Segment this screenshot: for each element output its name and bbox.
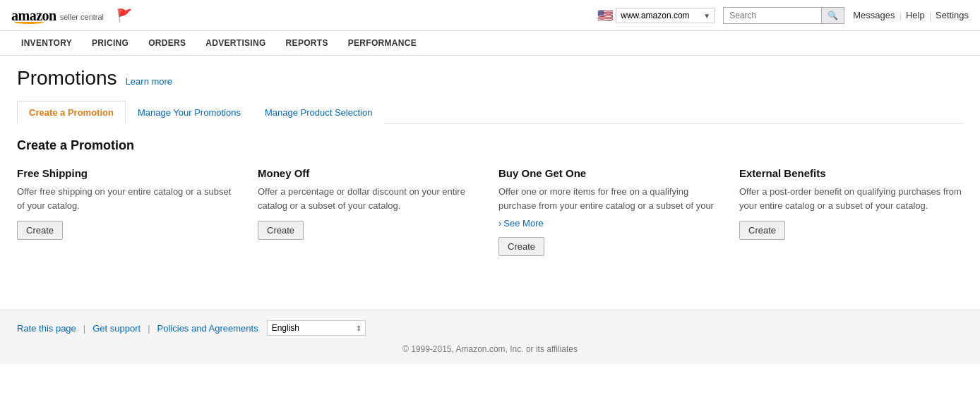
amazon-logo: amazon seller central [11,8,104,23]
nav-bar: INVENTORY PRICING ORDERS ADVERTISING REP… [0,31,980,56]
promo-desc-external-benefits: Offer a post-order benefit on qualifying… [739,185,963,212]
nav-item-pricing[interactable]: PRICING [82,31,138,55]
footer-links: Rate this page | Get support | Policies … [17,320,963,336]
promo-grid: Free Shipping Offer free shipping on you… [17,167,963,256]
language-select[interactable]: English Deutsch Español Français 日本語 [267,320,366,336]
search-area: 🔍 [723,7,844,24]
get-support-link[interactable]: Get support [92,323,141,334]
search-input[interactable] [723,7,822,24]
see-more-link[interactable]: › See More [498,218,722,229]
seller-central-label: seller central [60,13,104,21]
promo-card-free-shipping: Free Shipping Offer free shipping on you… [17,167,241,256]
promo-title-free-shipping: Free Shipping [17,167,241,179]
promo-desc-bogo: Offer one or more items for free on a qu… [498,185,722,212]
nav-item-orders[interactable]: ORDERS [138,31,196,55]
language-select-wrapper: English Deutsch Español Français 日本語 ⇕ [267,320,366,336]
chevron-down-icon: › [498,218,501,229]
rate-page-link[interactable]: Rate this page [17,323,76,334]
us-flag-icon: 🇺🇸 [597,8,613,23]
promo-title-external-benefits: External Benefits [739,167,963,179]
sep1: | [899,10,901,20]
create-btn-bogo[interactable]: Create [498,237,544,256]
header-links: Messages | Help | Settings [853,10,969,20]
nav-item-inventory[interactable]: INVENTORY [11,31,82,55]
section-title: Create a Promotion [17,138,963,153]
promo-desc-free-shipping: Offer free shipping on your entire catal… [17,185,241,212]
nav-item-performance[interactable]: PERFORMANCE [338,31,426,55]
see-more-label: See More [503,218,543,229]
tab-manage-product-selection[interactable]: Manage Product Selection [253,101,384,124]
footer-sep1: | [83,323,85,334]
help-link[interactable]: Help [906,10,925,20]
promo-card-bogo: Buy One Get One Offer one or more items … [498,167,722,256]
promo-card-money-off: Money Off Offer a percentage or dollar d… [258,167,482,256]
promo-card-external-benefits: External Benefits Offer a post-order ben… [739,167,963,256]
logo-area: amazon seller central 🚩 [11,8,132,23]
tab-create-promotion[interactable]: Create a Promotion [17,101,126,124]
footer-copyright: © 1999-2015, Amazon.com, Inc. or its aff… [17,344,963,354]
promo-desc-money-off: Offer a percentage or dollar discount on… [258,185,482,212]
messages-link[interactable]: Messages [853,10,895,20]
promo-title-bogo: Buy One Get One [498,167,722,179]
page-title-row: Promotions Learn more [17,67,963,90]
sep2: | [929,10,931,20]
nav-item-reports[interactable]: REPORTS [276,31,338,55]
create-btn-free-shipping[interactable]: Create [17,221,63,240]
amazon-smile-arc [14,20,44,24]
footer: Rate this page | Get support | Policies … [0,310,980,364]
footer-sep2: | [148,323,150,334]
country-select[interactable]: www.amazon.com www.amazon.co.uk www.amaz… [616,8,715,23]
promo-title-money-off: Money Off [258,167,482,179]
create-btn-external-benefits[interactable]: Create [739,221,785,240]
create-btn-money-off[interactable]: Create [258,221,304,240]
policies-link[interactable]: Policies and Agreements [157,323,258,334]
amazon-wordmark-container: amazon [11,8,56,23]
search-button[interactable]: 🔍 [822,7,844,24]
page-title: Promotions [17,67,117,90]
flag-icon[interactable]: 🚩 [116,8,132,23]
settings-link[interactable]: Settings [936,10,969,20]
country-select-wrapper: www.amazon.com www.amazon.co.uk www.amaz… [616,8,715,23]
tab-manage-promotions[interactable]: Manage Your Promotions [126,101,253,124]
header-right: 🇺🇸 www.amazon.com www.amazon.co.uk www.a… [597,7,969,24]
top-header: amazon seller central 🚩 🇺🇸 www.amazon.co… [0,0,980,31]
page-content: Promotions Learn more Create a Promotion… [0,56,980,267]
nav-item-advertising[interactable]: ADVERTISING [196,31,275,55]
learn-more-link[interactable]: Learn more [126,76,172,87]
tabs: Create a Promotion Manage Your Promotion… [17,101,963,124]
country-selector-area: 🇺🇸 www.amazon.com www.amazon.co.uk www.a… [597,8,715,23]
